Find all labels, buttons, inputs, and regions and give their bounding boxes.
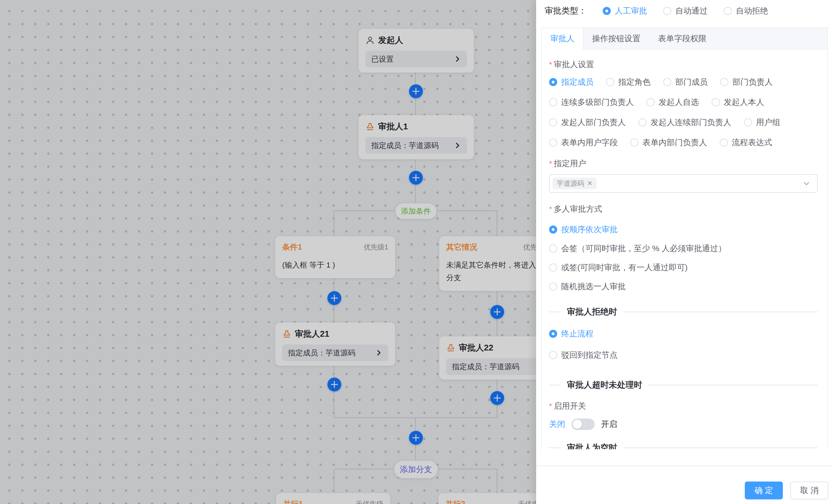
radio-icon xyxy=(549,351,557,359)
assign-user-select[interactable]: 芋道源码 ✕ xyxy=(549,174,818,193)
radio-icon xyxy=(712,98,720,106)
multi-mode-option: 随机挑选一人审批 xyxy=(549,281,818,292)
multi-mode-option: 会签（可同时审批，至少 % 人必须审批通过） xyxy=(549,243,818,254)
approver-setting-row4: 表单内用户字段 表单内部门负责人 流程表达式 xyxy=(549,137,818,148)
radio-starter-select[interactable]: 发起人自选 xyxy=(646,97,699,108)
radio-auto-pass[interactable]: 自动通过 xyxy=(663,5,708,17)
radio-dept-leader[interactable]: 部门负责人 xyxy=(720,77,773,87)
tab-form-permissions[interactable]: 表单字段权限 xyxy=(649,28,715,49)
multi-mode-option: 或签(可同时审批，有一人通过即可) xyxy=(549,262,818,273)
approver-setting-row2: 连续多级部门负责人 发起人自选 发起人本人 xyxy=(549,97,818,108)
radio-icon xyxy=(724,7,732,15)
radio-icon xyxy=(549,330,557,338)
reject-section-divider: 审批人拒绝时 xyxy=(549,306,818,318)
tab-action-buttons[interactable]: 操作按钮设置 xyxy=(584,28,649,49)
confirm-button[interactable]: 确 定 xyxy=(745,481,783,499)
radio-icon xyxy=(720,138,728,147)
reject-option: 终止流程 xyxy=(549,328,818,339)
approver-settings-drawer: 审批类型： 人工审批 自动通过 自动拒绝 审批人 操作按钮设置 表单字段权限 xyxy=(536,0,833,504)
approver-setting-row1: 指定成员 指定角色 部门成员 部门负责人 xyxy=(549,76,818,88)
switch-off-label: 关闭 xyxy=(549,419,565,430)
radio-user-group[interactable]: 用户组 xyxy=(744,117,780,128)
radio-icon xyxy=(549,98,557,106)
radio-icon xyxy=(663,78,671,86)
chevron-down-icon xyxy=(802,179,811,188)
tab-header: 审批人 操作按钮设置 表单字段权限 xyxy=(542,28,828,49)
approver-setting-label: *审批人设置 xyxy=(549,59,818,69)
radio-icon xyxy=(549,138,557,147)
switch-on-label: 开启 xyxy=(601,419,617,430)
radio-countersign[interactable]: 会签（可同时审批，至少 % 人必须审批通过） xyxy=(549,243,726,254)
radio-icon xyxy=(603,7,611,15)
radio-icon xyxy=(549,282,557,291)
radio-starter-dept-leader[interactable]: 发起人部门负责人 xyxy=(549,117,626,128)
enable-switch-label: *启用开关 xyxy=(549,401,818,411)
tab-body: *审批人设置 指定成员 指定角色 部门成员 部门负责人 连续多级部门负责人 发起… xyxy=(542,49,828,449)
approve-type-row: 审批类型： 人工审批 自动通过 自动拒绝 xyxy=(536,0,833,17)
tab-approver[interactable]: 审批人 xyxy=(542,28,584,49)
radio-icon xyxy=(630,138,638,147)
radio-dept-member[interactable]: 部门成员 xyxy=(663,77,708,87)
radio-icon xyxy=(638,118,646,126)
radio-icon xyxy=(646,98,654,106)
radio-terminate-flow[interactable]: 终止流程 xyxy=(549,328,593,339)
radio-icon xyxy=(606,78,614,86)
radio-icon xyxy=(663,7,671,15)
timeout-section-divider: 审批人超时未处理时 xyxy=(549,379,818,391)
radio-auto-reject[interactable]: 自动拒绝 xyxy=(724,5,768,17)
settings-tabs-card: 审批人 操作按钮设置 表单字段权限 *审批人设置 指定成员 指定角色 部门成员 … xyxy=(541,28,828,449)
radio-orsign[interactable]: 或签(可同时审批，有一人通过即可) xyxy=(549,262,688,273)
radio-random-one[interactable]: 随机挑选一人审批 xyxy=(549,281,626,292)
reject-option: 驳回到指定节点 xyxy=(549,349,818,361)
multi-mode-option: 按顺序依次审批 xyxy=(549,224,818,235)
radio-icon xyxy=(744,118,752,126)
user-tag: 芋道源码 ✕ xyxy=(552,178,596,189)
radio-manual-approve[interactable]: 人工审批 xyxy=(603,5,647,17)
radio-assign-member[interactable]: 指定成员 xyxy=(549,77,593,87)
tag-close-icon[interactable]: ✕ xyxy=(587,180,592,186)
radio-form-dept-leader[interactable]: 表单内部门负责人 xyxy=(630,137,707,148)
timeout-switch-row: 关闭 开启 xyxy=(549,418,818,431)
radio-icon xyxy=(549,118,557,126)
radio-icon xyxy=(549,226,557,233)
radio-sequential[interactable]: 按顺序依次审批 xyxy=(549,224,618,235)
radio-icon xyxy=(549,245,557,253)
multi-mode-label: *多人审批方式 xyxy=(549,204,818,214)
radio-starter-self[interactable]: 发起人本人 xyxy=(712,97,764,108)
toggle-knob xyxy=(573,420,582,429)
radio-icon xyxy=(549,78,557,86)
radio-form-user-field[interactable]: 表单内用户字段 xyxy=(549,137,618,148)
approve-type-label: 审批类型： xyxy=(545,5,587,17)
radio-starter-multi-dept-leader[interactable]: 发起人连续部门负责人 xyxy=(638,117,731,128)
approver-setting-row3: 发起人部门负责人 发起人连续部门负责人 用户组 xyxy=(549,117,818,128)
assign-user-label: *指定用户 xyxy=(549,159,818,169)
radio-icon xyxy=(549,263,557,272)
radio-flow-expression[interactable]: 流程表达式 xyxy=(720,137,772,148)
workflow-designer: 发起人 已设置 审批人1 指定成员：芋道源码 xyxy=(0,0,833,504)
radio-return-to-node[interactable]: 驳回到指定节点 xyxy=(549,350,618,360)
empty-section-divider: 审批人为空时 xyxy=(549,442,818,449)
radio-assign-role[interactable]: 指定角色 xyxy=(606,77,650,87)
timeout-toggle[interactable] xyxy=(572,419,595,430)
cancel-button[interactable]: 取 消 xyxy=(790,481,828,499)
radio-icon xyxy=(720,78,729,86)
radio-multi-level-dept-leader[interactable]: 连续多级部门负责人 xyxy=(549,97,634,108)
drawer-footer: 确 定 取 消 xyxy=(536,466,833,504)
